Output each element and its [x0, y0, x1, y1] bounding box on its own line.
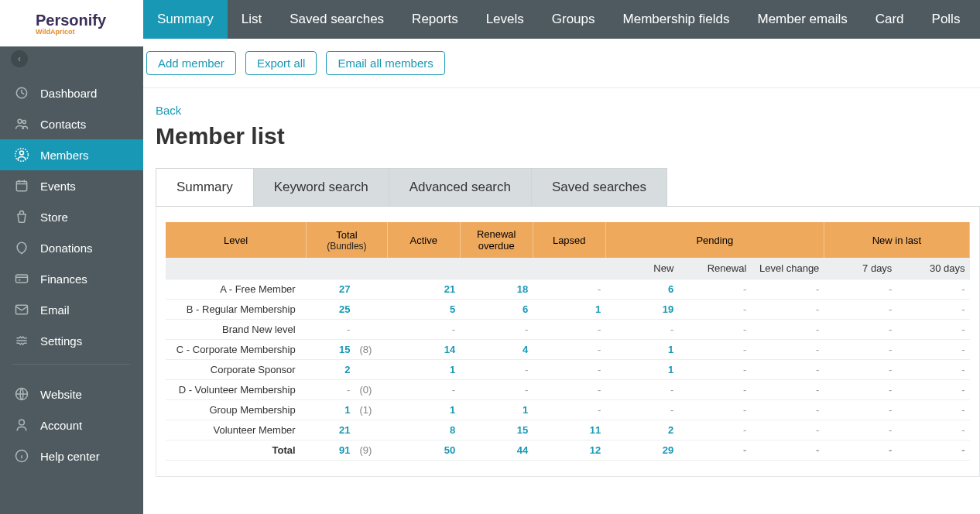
cell-value[interactable]: 14	[387, 340, 460, 360]
cell-value: -	[678, 300, 751, 320]
donations-icon	[12, 238, 31, 257]
tab-summary[interactable]: Summary	[156, 168, 254, 206]
cell-value[interactable]: 12	[533, 440, 605, 461]
main-area: SummaryListSaved searchesReportsLevelsGr…	[143, 0, 980, 514]
sidebar-collapse-button[interactable]: ‹	[0, 46, 143, 71]
add-member-button[interactable]: Add member	[146, 51, 236, 75]
cell-value[interactable]: 15	[307, 340, 355, 360]
cell-value[interactable]: 15	[460, 420, 533, 440]
sidebar-item-label: Email	[40, 303, 70, 317]
th-new: New	[605, 258, 678, 279]
cell-value[interactable]: 44	[460, 440, 533, 461]
cell-value[interactable]: 19	[605, 300, 678, 320]
cell-value: -	[751, 340, 824, 360]
cell-value: -	[824, 420, 896, 440]
cell-value[interactable]: 1	[533, 300, 605, 320]
cell-value[interactable]: 5	[387, 300, 460, 320]
topnav-item-card[interactable]: Card	[862, 0, 918, 39]
tab-saved-searches[interactable]: Saved searches	[531, 168, 667, 206]
svg-point-11	[22, 120, 26, 123]
sidebar-item-label: Website	[40, 388, 82, 401]
brand-area: Personify WildApricot	[0, 0, 143, 46]
topnav-item-groups[interactable]: Groups	[538, 0, 609, 39]
topnav-item-polls[interactable]: Polls	[918, 0, 975, 39]
sidebar-item-label: Help center	[40, 450, 100, 463]
sidebar-item-settings[interactable]: Settings	[0, 325, 143, 356]
cell-value[interactable]: 8	[387, 420, 460, 440]
sidebar-item-label: Donations	[40, 242, 93, 255]
sidebar-item-help-center[interactable]: Help center	[0, 440, 143, 471]
cell-value[interactable]: 29	[605, 440, 678, 461]
cell-value[interactable]: 1	[605, 340, 678, 360]
cell-value[interactable]: 1	[307, 400, 355, 420]
topnav-item-list[interactable]: List	[228, 0, 276, 39]
events-icon	[12, 176, 31, 195]
cell-value[interactable]: 1	[605, 360, 678, 380]
sidebar-item-finances[interactable]: Finances	[0, 263, 143, 294]
cell-value: -	[896, 440, 969, 461]
sidebar-item-contacts[interactable]: Contacts	[0, 108, 143, 139]
cell-value[interactable]: 2	[605, 420, 678, 440]
cell-value[interactable]: 1	[387, 360, 460, 380]
cell-value: -	[678, 440, 751, 461]
cell-value[interactable]: 6	[605, 279, 678, 300]
sidebar-separator	[12, 364, 131, 365]
topnav-item-levels[interactable]: Levels	[472, 0, 538, 39]
account-icon	[12, 416, 31, 434]
cell-value: -	[533, 400, 605, 420]
sidebar-item-members[interactable]: Members	[0, 139, 143, 170]
svg-point-4	[26, 22, 29, 26]
th-total: Total (Bundles)	[307, 222, 387, 258]
top-nav: SummaryListSaved searchesReportsLevelsGr…	[143, 0, 980, 39]
cell-value[interactable]: 18	[460, 279, 533, 300]
cell-value: -	[751, 279, 824, 300]
topnav-item-summary[interactable]: Summary	[143, 0, 228, 39]
cell-value[interactable]: 27	[307, 279, 355, 300]
action-bar: Add member Export all Email all members	[143, 39, 980, 88]
topnav-item-saved-searches[interactable]: Saved searches	[276, 0, 398, 39]
sidebar-item-store[interactable]: Store	[0, 201, 143, 232]
store-icon	[12, 207, 31, 226]
sidebar-item-donations[interactable]: Donations	[0, 232, 143, 263]
cell-value[interactable]: 1	[387, 400, 460, 420]
cell-value[interactable]: 2	[307, 360, 355, 380]
sidebar-item-dashboard[interactable]: Dashboard	[0, 77, 143, 108]
tab-advanced-search[interactable]: Advanced search	[389, 168, 532, 206]
sidebar-item-label: Account	[40, 419, 82, 432]
topnav-item-member-emails[interactable]: Member emails	[743, 0, 861, 39]
sidebar-item-email[interactable]: Email	[0, 294, 143, 325]
cell-value[interactable]: 21	[307, 420, 355, 440]
contacts-icon	[12, 115, 31, 133]
email-icon	[12, 300, 31, 319]
sidebar-item-account[interactable]: Account	[0, 409, 143, 440]
sidebar-item-website[interactable]: Website	[0, 379, 143, 409]
cell-value[interactable]: 91	[307, 440, 355, 461]
cell-value[interactable]: 21	[387, 279, 460, 300]
th-level: Level	[166, 222, 307, 258]
sidebar-item-label: Dashboard	[40, 87, 97, 100]
export-all-button[interactable]: Export all	[245, 51, 317, 75]
sidebar-item-events[interactable]: Events	[0, 170, 143, 201]
cell-value: -	[678, 340, 751, 360]
cell-level-name: Corporate Sponsor	[166, 360, 307, 380]
cell-value[interactable]: 50	[387, 440, 460, 461]
email-all-members-button[interactable]: Email all members	[326, 51, 444, 75]
settings-icon	[12, 331, 31, 350]
cell-value[interactable]: 4	[460, 340, 533, 360]
tab-keyword-search[interactable]: Keyword search	[253, 168, 389, 206]
cell-value[interactable]: 1	[460, 400, 533, 420]
cell-value: -	[533, 340, 605, 360]
cell-value[interactable]: 6	[460, 300, 533, 320]
cell-value[interactable]: 11	[533, 420, 605, 440]
svg-point-18	[19, 420, 25, 425]
cell-value[interactable]: 25	[307, 300, 355, 320]
sidebar-nav-primary: DashboardContactsMembersEventsStoreDonat…	[0, 71, 143, 356]
th-pending: Pending	[605, 222, 824, 258]
back-link[interactable]: Back	[156, 104, 181, 117]
cell-level-name: Volunteer Member	[166, 420, 307, 440]
topnav-item-reports[interactable]: Reports	[398, 0, 472, 39]
topnav-item-membership-fields[interactable]: Membership fields	[609, 0, 744, 39]
svg-point-0	[18, 21, 23, 26]
th-renewal-overdue: Renewaloverdue	[460, 222, 533, 258]
cell-bundles	[355, 320, 387, 340]
